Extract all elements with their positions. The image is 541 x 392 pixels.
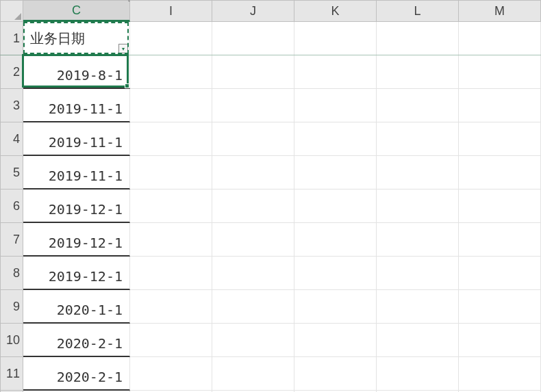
cell[interactable] [212, 190, 294, 223]
cell[interactable] [377, 122, 459, 156]
cell[interactable] [294, 357, 377, 391]
cell[interactable] [130, 324, 212, 357]
spreadsheet-grid: C↔IJKLM 1业务日期▾22019-8-132019-11-142019-1… [0, 0, 541, 392]
row: 72019-12-1 [0, 223, 541, 257]
column-header-label: I [169, 4, 173, 18]
column-header-row: C↔IJKLM [0, 0, 541, 22]
cell[interactable] [212, 89, 294, 122]
row: 22019-8-1 [0, 55, 541, 89]
row-header[interactable]: 1 [0, 22, 23, 55]
column-header[interactable]: L [377, 0, 459, 22]
row: 112020-2-1 [0, 357, 541, 391]
cell[interactable] [212, 223, 294, 257]
cell[interactable] [377, 55, 459, 89]
row-header[interactable]: 10 [0, 324, 23, 357]
cell[interactable] [212, 156, 294, 190]
cell[interactable] [212, 290, 294, 324]
cell[interactable] [212, 55, 294, 89]
cell[interactable] [212, 324, 294, 357]
cell-text: 2020-2-1 [57, 335, 123, 352]
column-header[interactable]: M [459, 0, 541, 22]
cell[interactable] [130, 190, 212, 223]
cell[interactable] [377, 324, 459, 357]
row-header[interactable]: 5 [0, 156, 23, 190]
row-header[interactable]: 8 [0, 257, 23, 290]
cell[interactable] [130, 22, 212, 55]
row-header[interactable]: 3 [0, 89, 23, 122]
cell[interactable] [377, 89, 459, 122]
cell[interactable] [130, 122, 212, 156]
row: 102020-2-1 [0, 324, 541, 357]
cell[interactable] [459, 156, 541, 190]
column-header[interactable]: I [130, 0, 212, 22]
cell[interactable]: 2019-11-1 [23, 89, 130, 122]
cell-text: 2019-11-1 [49, 168, 123, 184]
column-header-label: M [494, 4, 505, 18]
row-header[interactable]: 6 [0, 190, 23, 223]
cell[interactable]: 2020-2-1 [23, 324, 130, 357]
cell-text: 2020-2-1 [57, 369, 123, 385]
cell[interactable] [459, 89, 541, 122]
cell[interactable]: 2019-12-1 [23, 223, 130, 257]
row-header[interactable]: 7 [0, 223, 23, 257]
cell[interactable]: 2019-12-1 [23, 257, 130, 290]
cell[interactable] [294, 257, 377, 290]
row: 1业务日期▾ [0, 22, 541, 55]
cell[interactable] [130, 55, 212, 89]
cell[interactable] [212, 122, 294, 156]
column-header[interactable]: C↔ [23, 0, 130, 22]
cell[interactable] [294, 290, 377, 324]
row: 92020-1-1 [0, 290, 541, 324]
cell[interactable]: 业务日期▾ [23, 22, 130, 55]
row-header[interactable]: 11 [0, 357, 23, 391]
cell[interactable]: 2020-1-1 [23, 290, 130, 324]
cell[interactable] [459, 122, 541, 156]
cell[interactable] [294, 190, 377, 223]
cell[interactable]: 2019-11-1 [23, 122, 130, 156]
select-all-corner[interactable] [0, 0, 23, 22]
cell[interactable] [377, 290, 459, 324]
filter-dropdown-icon[interactable]: ▾ [118, 44, 128, 53]
cell[interactable] [130, 223, 212, 257]
cell[interactable] [130, 290, 212, 324]
cell[interactable] [130, 156, 212, 190]
cell[interactable] [377, 156, 459, 190]
cell[interactable] [130, 89, 212, 122]
cell[interactable] [294, 122, 377, 156]
row-header[interactable]: 4 [0, 122, 23, 156]
column-header-label: L [414, 4, 420, 18]
cell[interactable] [377, 357, 459, 391]
column-header[interactable]: J [212, 0, 294, 22]
cell[interactable] [294, 55, 377, 89]
cell[interactable] [377, 223, 459, 257]
cell[interactable] [377, 190, 459, 223]
cell[interactable]: 2019-11-1 [23, 156, 130, 190]
row-header[interactable]: 2 [0, 55, 23, 89]
cell[interactable] [294, 156, 377, 190]
cell[interactable] [459, 22, 541, 55]
cell[interactable] [212, 357, 294, 391]
cell[interactable] [212, 22, 294, 55]
cell[interactable] [294, 223, 377, 257]
cell[interactable] [294, 22, 377, 55]
cell[interactable] [130, 357, 212, 391]
cell[interactable] [377, 22, 459, 55]
cell[interactable] [459, 257, 541, 290]
cell[interactable] [377, 257, 459, 290]
cell[interactable] [459, 357, 541, 391]
cell[interactable]: 2020-2-1 [23, 357, 130, 391]
cell[interactable]: 2019-8-1 [23, 55, 130, 89]
cell[interactable] [459, 223, 541, 257]
cell[interactable] [294, 89, 377, 122]
cell[interactable] [459, 55, 541, 89]
cell[interactable] [459, 290, 541, 324]
cell[interactable] [459, 190, 541, 223]
cell[interactable] [130, 257, 212, 290]
cell[interactable]: 2019-12-1 [23, 190, 130, 223]
cell[interactable] [459, 324, 541, 357]
row-header[interactable]: 9 [0, 290, 23, 324]
cell[interactable] [212, 257, 294, 290]
cell[interactable] [294, 324, 377, 357]
column-header-label: J [250, 4, 256, 18]
column-header[interactable]: K [294, 0, 377, 22]
